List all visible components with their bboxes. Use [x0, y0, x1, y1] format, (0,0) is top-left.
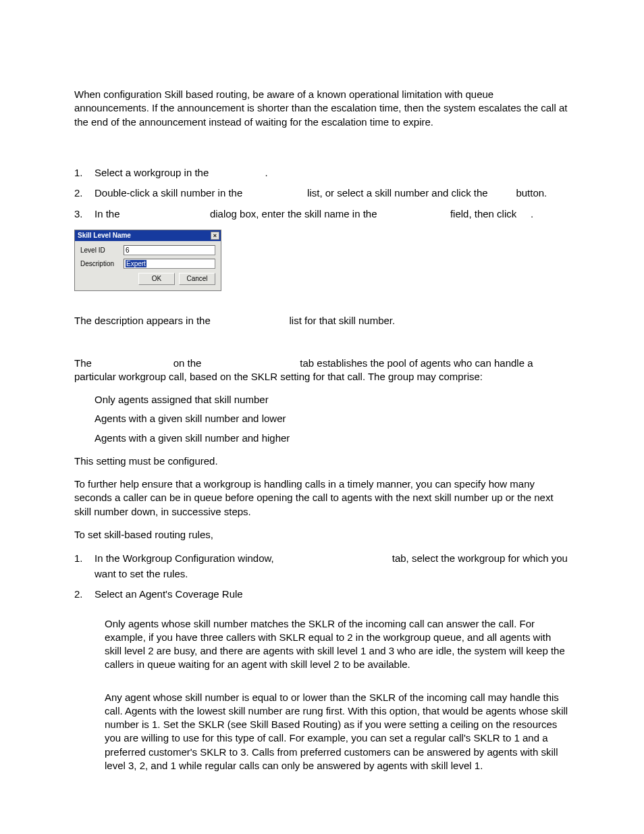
- step-text: Select an Agent's Coverage Rule: [95, 587, 570, 602]
- step-number: 1.: [74, 551, 95, 581]
- to-set-intro: To set skill-based routing rules,: [74, 528, 570, 542]
- step-text: Double-click a skill number in the list,…: [95, 186, 570, 201]
- level-id-label: Level ID: [80, 246, 119, 254]
- step-number: 2.: [74, 587, 95, 602]
- step-number: 3.: [74, 207, 95, 222]
- steps-set-rules: 1. In the Workgroup Configuration window…: [74, 551, 570, 602]
- coverage-detail-exact: Only agents whose skill number matches t…: [74, 617, 570, 672]
- further-help: To further help ensure that a workgroup …: [74, 477, 570, 519]
- bullet-item: Only agents assigned that skill number: [74, 393, 570, 407]
- steps-naming-skills: 1. Select a workgroup in the . 2. Double…: [74, 165, 570, 222]
- step-text: In the Workgroup Configuration window, t…: [95, 551, 570, 581]
- must-configure: This setting must be configured.: [74, 454, 570, 468]
- step-number: 1.: [74, 165, 95, 181]
- after-dialog-text: The description appears in the list for …: [74, 314, 570, 328]
- skill-level-name-dialog: Skill Level Name × Level ID 6 Descriptio…: [74, 230, 221, 291]
- step-text: Select a workgroup in the .: [95, 165, 570, 181]
- bullet-item: Agents with a given skill number and hig…: [74, 432, 570, 445]
- step-number: 2.: [74, 186, 95, 201]
- level-id-field[interactable]: 6: [124, 245, 215, 255]
- bullet-item: Agents with a given skill number and low…: [74, 412, 570, 425]
- coverage-intro: The on the tab establishes the pool of a…: [74, 357, 570, 384]
- description-label: Description: [80, 260, 119, 267]
- cancel-button[interactable]: Cancel: [179, 273, 215, 285]
- dialog-title: Skill Level Name: [78, 231, 131, 240]
- description-field[interactable]: Expert: [124, 259, 215, 269]
- dialog-titlebar: Skill Level Name ×: [75, 230, 221, 241]
- ok-button[interactable]: OK: [138, 273, 175, 285]
- intro-paragraph: When configuration Skill based routing, …: [74, 88, 570, 129]
- close-icon[interactable]: ×: [211, 232, 219, 240]
- step-text: In the dialog box, enter the skill name …: [95, 207, 570, 222]
- coverage-detail-lower: Any agent whose skill number is equal to…: [74, 691, 570, 773]
